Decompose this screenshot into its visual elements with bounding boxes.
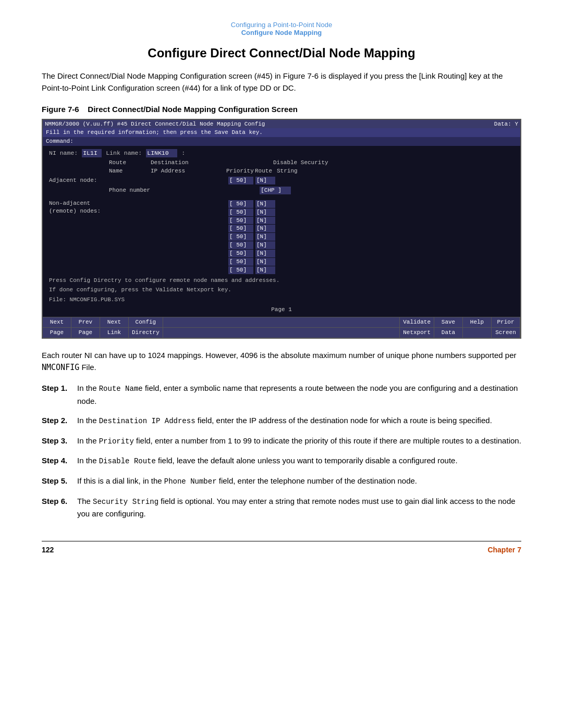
footer-line-2: If done configuring, press the Validate … — [47, 285, 516, 295]
step-2: Step 2. In the Destination IP Address fi… — [42, 414, 521, 427]
col-header-row2: Name IP Address Priority Route String — [47, 167, 516, 176]
btn-next-page[interactable]: Next Page — [43, 317, 71, 338]
nonadj-row-0: [ 50] [N] — [109, 200, 514, 208]
btn-validate-top[interactable]: Validate — [400, 317, 434, 328]
phone-label: Phone number — [109, 187, 150, 194]
footer-bar: 122 Chapter 7 — [42, 541, 521, 554]
adjacent-row: Adjacent node: [ 50] [N] — [47, 176, 516, 186]
col-route2-header: Route — [255, 167, 277, 175]
step-5-content: If this is a dial link, in the Phone Num… — [77, 475, 521, 488]
step-3: Step 3. In the Priority field, enter a n… — [42, 435, 521, 448]
col-name-header: Name — [109, 167, 151, 175]
col-header-row1: Route Destination Disable Security — [47, 158, 516, 167]
nonadj-row-1: [ 50] [N] — [109, 208, 514, 216]
nonadj-row-6: [ 50] [N] — [109, 250, 514, 257]
btn-help-top[interactable]: Help — [463, 317, 491, 328]
btn-prior-screen[interactable]: Prior Screen — [492, 317, 520, 338]
nonadj-row-8: [ 50] [N] — [109, 266, 514, 274]
btn-help-bottom — [463, 328, 491, 338]
ni-link-row: NI name: IL1I Link name: LINK10 : — [47, 148, 516, 158]
step-6: Step 6. The Security String field is opt… — [42, 495, 521, 520]
btn-next-link[interactable]: Next Link — [100, 317, 129, 338]
btn-prior-screen-top[interactable]: Prior — [492, 317, 520, 328]
btn-next-link-bottom[interactable]: Link — [100, 328, 128, 338]
col-dest-header: Destination — [151, 159, 226, 167]
btn-save-bottom[interactable]: Data — [434, 328, 462, 338]
step-4-content: In the Disable Route field, leave the de… — [77, 454, 521, 467]
step-2-label: Step 2. — [42, 414, 77, 427]
page-indicator: Page 1 — [47, 305, 516, 315]
para-after-text: Each router NI can have up to 1024 mappi… — [42, 351, 517, 372]
col-string-header: String — [277, 167, 298, 175]
nonadj-label: Non-adjacent (remote) nodes: — [49, 200, 109, 275]
btn-validate-bottom[interactable]: Netxport — [400, 328, 434, 338]
ni-value[interactable]: IL1I — [82, 149, 102, 157]
phone-extra-field[interactable]: [CHP ] — [260, 187, 291, 194]
step-2-content: In the Destination IP Address field, ent… — [77, 414, 521, 427]
intro-paragraph: The Direct Connect/Dial Node Mapping Con… — [42, 70, 521, 94]
adjacent-label: Adjacent node: — [49, 177, 109, 184]
nonadj-section: Non-adjacent (remote) nodes: [ 50] [N] — [47, 199, 516, 276]
step-3-content: In the Priority field, enter a number fr… — [77, 435, 521, 448]
breadcrumb: Configuring a Point-to-Point Node Config… — [42, 21, 521, 36]
footer-line-3: File: NMCONFIG.PUB.SYS — [47, 295, 516, 305]
btn-prev-page-bottom[interactable]: Page — [71, 328, 100, 338]
btn-prior-screen-bottom[interactable]: Screen — [492, 328, 520, 338]
btn-next-page-top[interactable]: Next — [43, 317, 71, 328]
btn-next-link-top[interactable]: Next — [100, 317, 128, 328]
command-label: Command: — [46, 138, 74, 144]
btn-help[interactable]: Help — [463, 317, 492, 338]
step-1: Step 1. In the Route Name field, enter a… — [42, 382, 521, 407]
step-4-label: Step 4. — [42, 454, 77, 467]
btn-save[interactable]: Save Data — [434, 317, 463, 338]
steps-container: Step 1. In the Route Name field, enter a… — [42, 382, 521, 520]
ni-label: NI name: — [49, 149, 78, 157]
step-5-label: Step 5. — [42, 475, 77, 488]
adjacent-priority-field[interactable]: [ 50] — [228, 177, 253, 184]
terminal-body: NI name: IL1I Link name: LINK10 : Route … — [43, 146, 520, 317]
terminal-titlebar: NMMGR/3000 (V.uu.ff) #45 Direct Connect/… — [43, 120, 520, 129]
step-5: Step 5. If this is a dial link, in the P… — [42, 475, 521, 488]
phone-row: Phone number [CHP ] — [47, 186, 516, 195]
link-label: Link name: — [106, 149, 142, 157]
btn-save-top[interactable]: Save — [434, 317, 462, 328]
terminal-button-bar: Next Page Prev Page Next Link Config Dir… — [43, 317, 520, 338]
col-priority-header: Priority — [226, 167, 255, 175]
step-1-content: In the Route Name field, enter a symboli… — [77, 382, 521, 407]
nonadj-rows: [ 50] [N] [ 50] [N] — [109, 200, 514, 275]
step-6-content: The Security String field is optional. Y… — [77, 495, 521, 520]
figure-title: Direct Connect/Dial Node Mapping Configu… — [88, 105, 298, 114]
btn-config-dir[interactable]: Config Directry — [129, 317, 163, 338]
footer-line-1: Press Config Directry to configure remot… — [47, 276, 516, 286]
btn-prev-page[interactable]: Prev Page — [71, 317, 100, 338]
terminal-title-right: Data: Y — [494, 120, 518, 128]
nonadj-row-7: [ 50] [N] — [109, 258, 514, 266]
nonadj-row-4: [ 50] [N] — [109, 233, 514, 241]
btn-config-dir-top[interactable]: Config — [129, 317, 163, 328]
btn-empty — [163, 317, 400, 338]
step-3-label: Step 3. — [42, 435, 77, 448]
command-bar: Command: — [43, 137, 520, 146]
step-4: Step 4. In the Disable Route field, leav… — [42, 454, 521, 467]
link-value[interactable]: LINK10 — [146, 149, 177, 157]
btn-next-page-bottom[interactable]: Page — [43, 328, 71, 338]
step-1-label: Step 1. — [42, 382, 77, 407]
nonadj-row-3: [ 50] [N] — [109, 225, 514, 232]
nmconfig-code: NMCONFIG — [42, 363, 79, 372]
page-title: Configure Direct Connect/Dial Node Mappi… — [42, 46, 521, 60]
footer-chapter: Chapter 7 — [487, 546, 521, 554]
col-disable-header: Disable Security — [273, 159, 328, 167]
btn-validate[interactable]: Validate Netxport — [400, 317, 434, 338]
figure-caption: Figure 7-6 Direct Connect/Dial Node Mapp… — [42, 105, 521, 114]
terminal-title-left: NMMGR/3000 (V.uu.ff) #45 Direct Connect/… — [45, 120, 265, 128]
para-after-figure: Each router NI can have up to 1024 mappi… — [42, 349, 521, 374]
footer-page-number: 122 — [42, 546, 54, 554]
btn-config-dir-bottom[interactable]: Directry — [129, 328, 163, 338]
btn-prev-page-top[interactable]: Prev — [71, 317, 100, 328]
col-ip-header: IP Address — [151, 167, 226, 175]
figure-label: Figure 7-6 — [42, 105, 79, 114]
adjacent-disable-field[interactable]: [N] — [255, 177, 275, 184]
breadcrumb-line2: Configure Node Mapping — [42, 29, 521, 36]
breadcrumb-line1: Configuring a Point-to-Point Node — [42, 21, 521, 29]
nonadj-row-5: [ 50] [N] — [109, 241, 514, 249]
